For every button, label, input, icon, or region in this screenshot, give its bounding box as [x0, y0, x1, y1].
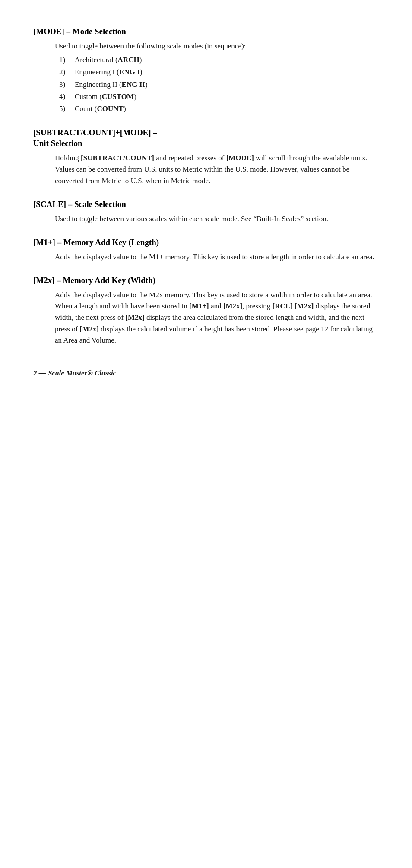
list-num: 2)	[59, 67, 75, 78]
subtract-count-section: [SUBTRACT/COUNT]+[MODE] –Unit Selection …	[33, 127, 379, 187]
mode-section: [MODE] – Mode Selection Used to toggle b…	[33, 26, 379, 115]
subtract-count-text: Holding [SUBTRACT/COUNT] and repeated pr…	[55, 153, 379, 187]
scale-text: Used to toggle between various scales wi…	[55, 213, 379, 225]
custom-bold: CUSTOM	[102, 92, 134, 101]
list-num: 3)	[59, 79, 75, 90]
m1-heading: [M1+] – Memory Add Key (Length)	[33, 237, 379, 248]
m2x-bold3: [M2x]	[80, 325, 99, 333]
list-num: 1)	[59, 54, 75, 66]
mode-bold: [MODE]	[226, 154, 254, 162]
list-text: Architectural (ARCH)	[75, 54, 142, 66]
list-item: 4) Custom (CUSTOM)	[55, 91, 379, 102]
scale-heading: [SCALE] – Scale Selection	[33, 199, 379, 210]
m2x-bold1: [M2x]	[223, 302, 242, 310]
mode-intro: Used to toggle between the following sca…	[55, 41, 379, 52]
m1-section: [M1+] – Memory Add Key (Length) Adds the…	[33, 237, 379, 263]
list-item: 5) Count (COUNT)	[55, 103, 379, 114]
m2-heading: [M2x] – Memory Add Key (Width)	[33, 275, 379, 286]
subtract-bold: [SUBTRACT/COUNT]	[81, 154, 154, 162]
m2x-bold2: [M2x]	[125, 313, 144, 321]
engi-bold: ENG I	[119, 68, 140, 76]
m2-body: Adds the displayed value to the M2x memo…	[33, 289, 379, 347]
footer: 2 — Scale Master® Classic	[33, 363, 379, 379]
m1-body: Adds the displayed value to the M1+ memo…	[33, 251, 379, 263]
list-num: 5)	[59, 103, 75, 114]
footer-text: 2 — Scale Master® Classic	[33, 369, 116, 377]
list-item: 3) Engineering II (ENG II)	[55, 79, 379, 90]
subtract-count-heading: [SUBTRACT/COUNT]+[MODE] –Unit Selection	[33, 127, 379, 149]
list-item: 2) Engineering I (ENG I)	[55, 67, 379, 78]
m2-section: [M2x] – Memory Add Key (Width) Adds the …	[33, 275, 379, 346]
subtract-count-body: Holding [SUBTRACT/COUNT] and repeated pr…	[33, 153, 379, 187]
list-text: Count (COUNT)	[75, 103, 126, 114]
list-text: Custom (CUSTOM)	[75, 91, 136, 102]
list-text: Engineering II (ENG II)	[75, 79, 148, 90]
list-num: 4)	[59, 91, 75, 102]
m1plus-bold: [M1+]	[189, 302, 209, 310]
m2-text: Adds the displayed value to the M2x memo…	[55, 289, 379, 347]
mode-heading: [MODE] – Mode Selection	[33, 26, 379, 37]
count-bold: COUNT	[97, 105, 123, 113]
page: [MODE] – Mode Selection Used to toggle b…	[0, 0, 412, 868]
list-item: 1) Architectural (ARCH)	[55, 54, 379, 66]
scale-body: Used to toggle between various scales wi…	[33, 213, 379, 225]
m1-text: Adds the displayed value to the M1+ memo…	[55, 251, 379, 263]
mode-body: Used to toggle between the following sca…	[33, 41, 379, 115]
rcl-m2x-bold: [RCL] [M2x]	[273, 302, 314, 310]
scale-section: [SCALE] – Scale Selection Used to toggle…	[33, 199, 379, 225]
engii-bold: ENG II	[122, 80, 145, 89]
list-text: Engineering I (ENG I)	[75, 67, 142, 78]
arch-bold: ARCH	[118, 56, 139, 64]
